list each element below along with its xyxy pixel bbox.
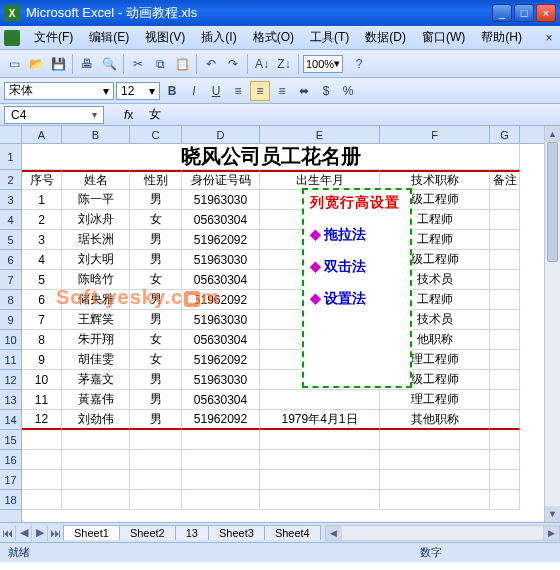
row-header[interactable]: 3 <box>0 190 21 210</box>
row-header[interactable]: 10 <box>0 330 21 350</box>
menu-data[interactable]: 数据(D) <box>357 27 414 48</box>
align-center-icon[interactable]: ≡ <box>250 81 270 101</box>
maximize-button[interactable]: □ <box>514 4 534 22</box>
scroll-down-icon[interactable]: ▼ <box>545 506 560 522</box>
cell[interactable] <box>130 490 182 510</box>
row-header[interactable]: 6 <box>0 250 21 270</box>
cell[interactable]: 姓名 <box>62 170 130 190</box>
sort-desc-icon[interactable]: Z↓ <box>274 54 294 74</box>
cell[interactable] <box>22 430 62 450</box>
cell[interactable]: 6 <box>22 290 62 310</box>
cell[interactable]: 陈一平 <box>62 190 130 210</box>
cell[interactable]: 刘冰舟 <box>62 210 130 230</box>
cell[interactable] <box>62 430 130 450</box>
open-icon[interactable]: 📂 <box>26 54 46 74</box>
cell[interactable] <box>62 470 130 490</box>
row-header[interactable]: 4 <box>0 210 21 230</box>
help-icon[interactable]: ? <box>349 54 369 74</box>
percent-icon[interactable]: % <box>338 81 358 101</box>
cell[interactable] <box>62 450 130 470</box>
cell[interactable]: 51963030 <box>182 370 260 390</box>
cell[interactable]: 男 <box>130 250 182 270</box>
cell[interactable]: 7 <box>22 310 62 330</box>
col-header[interactable]: G <box>490 126 520 143</box>
row-header[interactable]: 12 <box>0 370 21 390</box>
merge-icon[interactable]: ⬌ <box>294 81 314 101</box>
row-header[interactable]: 13 <box>0 390 21 410</box>
cell[interactable]: 刘大明 <box>62 250 130 270</box>
cell[interactable]: 琚长洲 <box>62 230 130 250</box>
cell[interactable] <box>490 490 520 510</box>
cell[interactable]: 女 <box>130 330 182 350</box>
cell[interactable]: 黃嘉伟 <box>62 390 130 410</box>
vertical-scrollbar[interactable]: ▲ ▼ <box>544 126 560 522</box>
cell[interactable]: 9 <box>22 350 62 370</box>
cell[interactable]: 男 <box>130 310 182 330</box>
cell[interactable]: 胡佳雯 <box>62 350 130 370</box>
col-header[interactable]: D <box>182 126 260 143</box>
cell[interactable] <box>380 430 490 450</box>
tab-nav-next-icon[interactable]: ▶ <box>32 525 48 541</box>
sort-asc-icon[interactable]: A↓ <box>252 54 272 74</box>
row-header[interactable]: 7 <box>0 270 21 290</box>
cell[interactable]: 男 <box>130 390 182 410</box>
title-cell[interactable]: 晓风公司员工花名册 <box>22 144 520 170</box>
menu-view[interactable]: 视图(V) <box>137 27 193 48</box>
font-select[interactable]: 宋体▾ <box>4 82 114 100</box>
cell[interactable]: 1 <box>22 190 62 210</box>
cell[interactable]: 身份证号码 <box>182 170 260 190</box>
row-header[interactable]: 9 <box>0 310 21 330</box>
row-header[interactable]: 18 <box>0 490 21 510</box>
cell[interactable]: 4 <box>22 250 62 270</box>
cell[interactable] <box>490 370 520 390</box>
scroll-left-icon[interactable]: ◀ <box>326 526 342 540</box>
cell[interactable] <box>130 430 182 450</box>
undo-icon[interactable]: ↶ <box>201 54 221 74</box>
col-header[interactable]: B <box>62 126 130 143</box>
print-icon[interactable]: 🖶 <box>77 54 97 74</box>
cell[interactable]: 男 <box>130 410 182 430</box>
row-header[interactable]: 5 <box>0 230 21 250</box>
row-header[interactable]: 1 <box>0 144 21 170</box>
cell[interactable]: 51963030 <box>182 250 260 270</box>
cell[interactable] <box>490 190 520 210</box>
cell[interactable] <box>490 270 520 290</box>
cell[interactable] <box>260 490 380 510</box>
scroll-up-icon[interactable]: ▲ <box>545 126 560 142</box>
cell[interactable]: 男 <box>130 370 182 390</box>
menu-format[interactable]: 格式(O) <box>245 27 302 48</box>
cell[interactable]: 51963030 <box>182 190 260 210</box>
row-header[interactable]: 17 <box>0 470 21 490</box>
cell[interactable] <box>490 230 520 250</box>
scroll-right-icon[interactable]: ▶ <box>543 526 559 540</box>
cell[interactable]: 男 <box>130 290 182 310</box>
cell[interactable]: 茅嘉文 <box>62 370 130 390</box>
cell[interactable] <box>22 490 62 510</box>
cell[interactable]: 朱开翔 <box>62 330 130 350</box>
cell[interactable]: 3 <box>22 230 62 250</box>
cell[interactable]: 序号 <box>22 170 62 190</box>
col-header[interactable]: A <box>22 126 62 143</box>
row-header[interactable]: 14 <box>0 410 21 430</box>
cell[interactable]: 05630304 <box>182 330 260 350</box>
save-icon[interactable]: 💾 <box>48 54 68 74</box>
sheet-tab[interactable]: Sheet3 <box>208 525 265 540</box>
cell[interactable]: 51962092 <box>182 290 260 310</box>
cell[interactable] <box>490 450 520 470</box>
cell[interactable]: 女 <box>130 350 182 370</box>
cell[interactable]: 05630304 <box>182 210 260 230</box>
redo-icon[interactable]: ↷ <box>223 54 243 74</box>
cell[interactable] <box>490 330 520 350</box>
scroll-thumb[interactable] <box>547 142 558 262</box>
align-left-icon[interactable]: ≡ <box>228 81 248 101</box>
column-headers[interactable]: ABCDEFG <box>22 126 544 144</box>
cell[interactable]: 储央雅 <box>62 290 130 310</box>
cell[interactable]: 女 <box>130 210 182 230</box>
cell[interactable]: 1979年4月1日 <box>260 410 380 430</box>
fx-icon[interactable]: fx <box>124 108 133 122</box>
cell[interactable]: 陈晗竹 <box>62 270 130 290</box>
cell[interactable]: 男 <box>130 190 182 210</box>
cell[interactable] <box>260 430 380 450</box>
minimize-button[interactable]: _ <box>492 4 512 22</box>
cell[interactable] <box>182 430 260 450</box>
